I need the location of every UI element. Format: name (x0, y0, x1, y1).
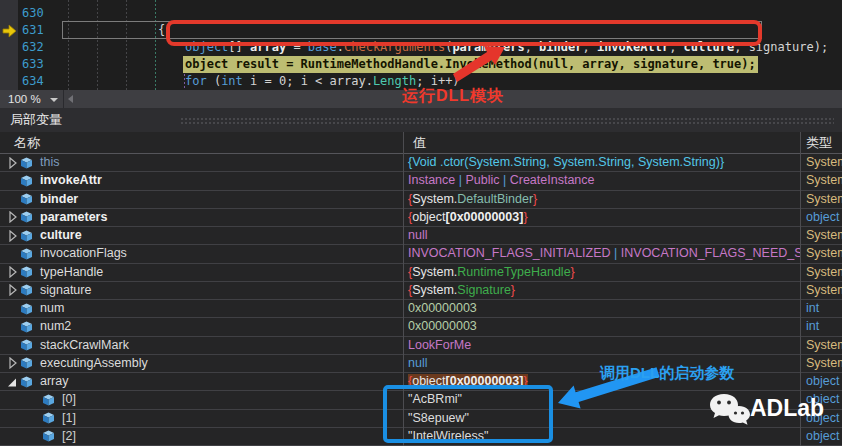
variable-type: System (806, 155, 842, 169)
variable-name: invocationFlags (40, 245, 127, 262)
variable-icon (20, 266, 33, 278)
variable-name: array (40, 373, 68, 390)
variable-icon (42, 412, 55, 424)
locals-panel-header[interactable]: 局部变量 (0, 108, 842, 132)
variable-value: INVOCATION_FLAGS_INITIALIZED (408, 246, 611, 260)
locals-row-binder[interactable]: binder {System.DefaultBinder} System (0, 191, 842, 209)
locals-row-signature[interactable]: signature {System.Signature} System (0, 282, 842, 300)
zoom-dropdown-button[interactable] (46, 90, 62, 108)
variable-icon (20, 248, 33, 260)
variable-name: num2 (40, 318, 71, 335)
expander-expanded-icon[interactable] (6, 376, 20, 388)
locals-column-headers: 名称 值 类型 (0, 132, 842, 154)
variable-type: System (806, 356, 842, 370)
locals-row-culture[interactable]: culture null System (0, 227, 842, 245)
divider (63, 90, 64, 108)
expander-collapsed-icon[interactable] (6, 211, 20, 223)
variable-type: System (806, 265, 842, 279)
variable-type: System (806, 283, 842, 297)
variable-type: System (806, 228, 842, 242)
variable-icon (20, 321, 33, 333)
locals-row-invokeAttr[interactable]: invokeAttr Instance | Public | CreateIns… (0, 172, 842, 190)
variable-value: {Void .ctor(System.String, System.String… (408, 155, 724, 169)
variable-type: object (806, 374, 839, 388)
variable-name: parameters (40, 209, 107, 226)
expander-collapsed-icon[interactable] (6, 357, 20, 369)
variable-name: num (40, 300, 64, 317)
variable-icon (20, 175, 33, 187)
locals-row-num[interactable]: num 0x00000003 int (0, 300, 842, 318)
expander-collapsed-icon[interactable] (6, 230, 20, 242)
variable-value: null (408, 228, 427, 242)
wechat-logo-icon (706, 392, 752, 428)
variable-name: typeHandle (40, 264, 103, 281)
variable-icon (20, 376, 33, 388)
variable-icon (42, 394, 55, 406)
variable-icon (20, 193, 33, 205)
variable-icon (20, 303, 33, 315)
variable-name: [0] (62, 391, 76, 408)
variable-name: [2] (62, 428, 76, 445)
column-header-value[interactable]: 值 (413, 132, 426, 154)
variable-value: null (408, 356, 427, 370)
variable-type: int (806, 301, 819, 315)
locals-row-stackCrawlMark[interactable]: stackCrawlMark LookForMe System (0, 337, 842, 355)
chevron-down-icon (50, 98, 58, 102)
variable-name: this (40, 154, 59, 171)
locals-row-parameters[interactable]: parameters {object[0x00000003]} object (0, 209, 842, 227)
red-annotation-label: 运行DLL模块 (402, 86, 504, 107)
current-statement-arrow-icon (2, 24, 17, 38)
variable-type: System (806, 173, 842, 187)
variable-icon (20, 339, 33, 351)
variable-icon (20, 157, 33, 169)
column-header-name[interactable]: 名称 (14, 132, 40, 154)
expander-collapsed-icon[interactable] (6, 157, 20, 169)
variable-value: System. (412, 283, 457, 297)
variable-value: 0x00000003 (408, 319, 477, 333)
zoom-level-control[interactable]: 100 % (0, 90, 44, 108)
variable-type: System (806, 338, 842, 352)
variable-name: executingAssembly (40, 355, 148, 372)
variable-value: 0x00000003 (408, 301, 477, 315)
variable-icon (42, 430, 55, 442)
variable-type: object (806, 210, 839, 224)
scrollbar-left-arrow-icon[interactable] (68, 95, 73, 103)
variable-name: binder (40, 191, 78, 208)
column-header-type[interactable]: 类型 (806, 132, 832, 154)
variable-name: stackCrawlMark (40, 337, 129, 354)
variable-type: System (806, 192, 842, 206)
panel-grip-dots (180, 117, 834, 125)
variable-icon (20, 357, 33, 369)
variable-name: culture (40, 227, 82, 244)
variable-value: object (412, 210, 445, 224)
variable-icon (20, 284, 33, 296)
locals-panel-title: 局部变量 (10, 112, 62, 127)
adlab-watermark-text: ADLab (750, 395, 824, 422)
blue-annotation-label: 调用DLL的启动参数 (600, 364, 734, 383)
variable-type: System (806, 246, 842, 260)
red-annotation-arrow (440, 40, 520, 88)
blue-annotation-box (383, 385, 553, 443)
variable-value: System. (412, 192, 457, 206)
variable-name: [1] (62, 410, 76, 427)
expander-collapsed-icon[interactable] (6, 266, 20, 278)
variable-icon (20, 230, 33, 242)
code-line: 634 { (0, 56, 842, 73)
variable-value: Instance (408, 173, 455, 187)
expander-collapsed-icon[interactable] (6, 284, 20, 296)
code-editor[interactable]: 630 { 631 object[] array = base.CheckArg… (0, 0, 842, 90)
variable-icon (20, 211, 33, 223)
locals-row-typeHandle[interactable]: typeHandle {System.RuntimeTypeHandle} Sy… (0, 264, 842, 282)
variable-type: object (806, 429, 839, 443)
locals-row-invocationFlags[interactable]: invocationFlags INVOCATION_FLAGS_INITIAL… (0, 245, 842, 263)
variable-value: System. (412, 265, 457, 279)
vs-debugger-screen: 630 { 631 object[] array = base.CheckArg… (0, 0, 842, 446)
variable-type: int (806, 319, 819, 333)
variable-value: LookForMe (408, 338, 471, 352)
variable-name: invokeAttr (40, 172, 102, 189)
locals-row-num2[interactable]: num2 0x00000003 int (0, 318, 842, 336)
variable-name: signature (40, 282, 91, 299)
locals-row-this[interactable]: this {Void .ctor(System.String, System.S… (0, 154, 842, 172)
